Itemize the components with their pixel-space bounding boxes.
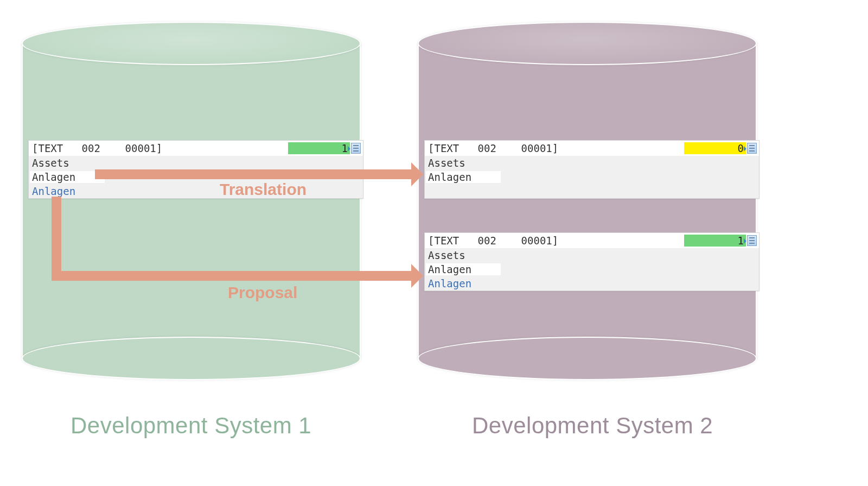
- source-text-row: Assets: [425, 156, 759, 170]
- transport-icon: [747, 143, 757, 154]
- arrow-translation-head: [411, 162, 423, 186]
- status-chip: 1: [684, 235, 746, 247]
- source-text-row: Assets: [425, 248, 759, 262]
- translation-value: Anlagen: [426, 171, 501, 183]
- status-chip: 1: [288, 142, 350, 154]
- translation-value: Anlagen: [30, 171, 105, 183]
- proposal-row: [425, 184, 759, 198]
- transport-icon: [747, 235, 757, 246]
- translation-row: Anlagen: [425, 262, 759, 276]
- translation-box-dest-1: [TEXT 002 00001] 0 Assets Anlagen: [424, 140, 760, 199]
- cylinder-body: [22, 43, 361, 358]
- transport-icon: [351, 143, 361, 154]
- arrow-translation-label: Translation: [220, 180, 307, 199]
- caption-system-1: Development System 1: [71, 413, 311, 439]
- cylinder-dev-system-1: [22, 22, 361, 380]
- cylinder-top: [418, 22, 757, 65]
- arrow-proposal-across: [52, 271, 411, 281]
- box-header: [TEXT 002 00001] 0: [425, 141, 759, 156]
- box-header: [TEXT 002 00001] 1: [29, 141, 363, 156]
- proposal-row: Anlagen: [29, 184, 363, 198]
- cylinder-bottom: [22, 337, 361, 380]
- cylinder-dev-system-2: [418, 22, 757, 380]
- status-number: 1: [342, 142, 348, 155]
- text-code: [TEXT 002 00001]: [428, 142, 684, 155]
- cylinder-body: [418, 43, 757, 358]
- arrow-proposal-label: Proposal: [228, 283, 297, 302]
- source-text-row: Assets: [29, 156, 363, 170]
- box-header: [TEXT 002 00001] 1: [425, 233, 759, 248]
- translation-row: Anlagen: [425, 170, 759, 184]
- translation-value: Anlagen: [426, 263, 501, 275]
- arrow-proposal-head: [411, 264, 423, 288]
- status-chip: 0: [684, 142, 746, 154]
- translation-box-dest-2: [TEXT 002 00001] 1 Assets Anlagen Anlage…: [424, 232, 760, 291]
- caption-system-2: Development System 2: [472, 413, 713, 439]
- arrow-proposal-down: [52, 197, 61, 281]
- status-number: 0: [738, 142, 744, 155]
- cylinder-top: [22, 22, 361, 65]
- status-number: 1: [738, 234, 744, 247]
- cylinder-bottom: [418, 337, 757, 380]
- arrow-translation: [95, 169, 411, 179]
- text-code: [TEXT 002 00001]: [32, 142, 288, 155]
- text-code: [TEXT 002 00001]: [428, 234, 684, 247]
- proposal-row: Anlagen: [425, 276, 759, 291]
